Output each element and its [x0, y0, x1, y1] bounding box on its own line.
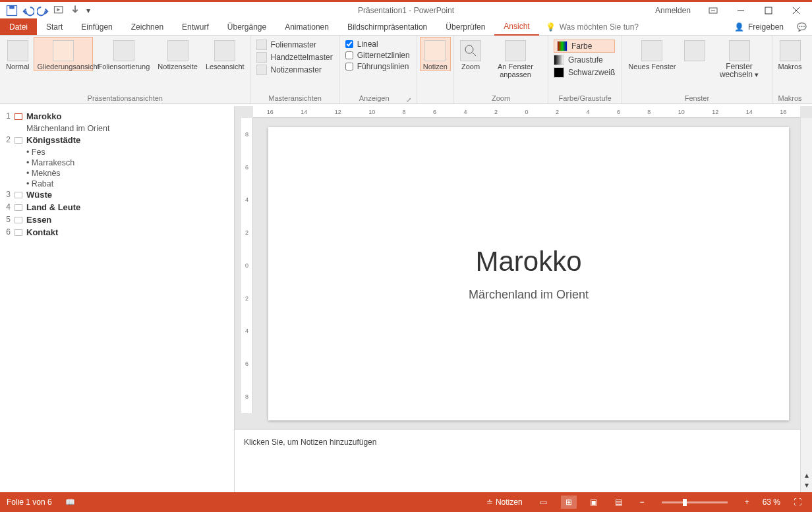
tab-insert[interactable]: Einfügen — [72, 18, 121, 35]
window-title: Präsentation1 - PowerPoint — [358, 6, 454, 15]
view-outline-button[interactable]: Gliederungsansicht — [34, 37, 93, 71]
outline-title[interactable]: Kontakt — [26, 227, 58, 237]
gridlines-checkbox[interactable]: Gitternetzlinien — [345, 51, 410, 60]
view-sorter-button[interactable]: Foliensortierung — [94, 37, 153, 71]
tell-me-input[interactable] — [560, 22, 665, 32]
outline-subtitle[interactable]: Märchenland im Orient — [26, 124, 227, 133]
color-button[interactable]: Farbe — [554, 40, 615, 53]
maximize-icon[interactable] — [755, 3, 782, 18]
qat-more-icon[interactable]: ▾ — [84, 4, 92, 17]
status-sorter-view-icon[interactable]: ⊞ — [561, 496, 577, 509]
slide-subtitle[interactable]: Märchenland im Orient — [469, 288, 589, 302]
next-slide-icon[interactable]: ▾ — [805, 480, 809, 490]
outline-slide[interactable]: 5Essen — [4, 215, 227, 225]
save-icon[interactable] — [5, 4, 18, 17]
status-slideshow-icon[interactable]: ▤ — [611, 496, 627, 509]
vertical-scrollbar[interactable]: ▴ ▾ — [800, 118, 812, 492]
vertical-ruler: 864202468 — [241, 118, 253, 413]
outline-number: 4 — [4, 202, 11, 212]
tab-draw[interactable]: Zeichnen — [122, 18, 173, 35]
outline-number: 3 — [4, 190, 11, 199]
outline-slide[interactable]: 2Königsstädte — [4, 135, 227, 145]
tab-view[interactable]: Ansicht — [494, 18, 538, 36]
outline-title[interactable]: Land & Leute — [26, 202, 80, 212]
title-bar: ▾ Präsentation1 - PowerPoint Anmelden — [0, 0, 812, 18]
minimize-icon[interactable] — [728, 3, 754, 18]
show-dialog-launcher-icon[interactable]: ⤢ — [406, 96, 414, 103]
outline-title[interactable]: Essen — [26, 215, 51, 225]
tab-design[interactable]: Entwurf — [173, 18, 218, 35]
slide-canvas[interactable]: Marokko Märchenland im Orient — [264, 125, 794, 413]
comments-button[interactable]: 💬 — [792, 18, 812, 35]
horizontal-ruler: 1614121086420246810121416 — [253, 106, 800, 118]
slide-counter[interactable]: Folie 1 von 6 — [7, 498, 52, 507]
view-normal-button[interactable]: Normal — [3, 37, 32, 71]
tab-animations[interactable]: Animationen — [276, 18, 338, 35]
tab-review[interactable]: Überprüfen — [436, 18, 494, 35]
ribbon-display-icon[interactable] — [700, 3, 726, 18]
close-icon[interactable] — [783, 3, 809, 18]
zoom-out-icon[interactable]: − — [636, 498, 649, 507]
status-normal-view-icon[interactable]: ▭ — [536, 496, 552, 509]
slide-icon — [14, 113, 22, 120]
slide-master-button[interactable]: Folienmaster — [256, 40, 333, 50]
ruler-checkbox[interactable]: Lineal — [345, 40, 410, 49]
outline-slide[interactable]: 4Land & Leute — [4, 202, 227, 212]
view-notespage-button[interactable]: Notizenseite — [154, 37, 201, 71]
macros-button[interactable]: Makros — [775, 37, 805, 71]
view-reading-button[interactable]: Leseansicht — [202, 37, 248, 71]
group-label: Präsentationsansichten — [3, 94, 248, 103]
group-show: Lineal Gitternetzlinien Führungslinien A… — [340, 36, 417, 103]
outline-slide[interactable]: 1Marokko — [4, 111, 227, 121]
status-notes-button[interactable]: ≐ Notizen — [482, 498, 527, 507]
slide[interactable]: Marokko Märchenland im Orient — [268, 127, 789, 420]
start-from-beginning-icon[interactable] — [53, 4, 66, 17]
touch-mode-icon[interactable] — [69, 4, 82, 17]
outline-slide[interactable]: 6Kontakt — [4, 227, 227, 237]
outline-pane[interactable]: 1MarokkoMärchenland im Orient2Königsstäd… — [0, 106, 235, 492]
arrange-all-button[interactable] — [681, 37, 709, 71]
svg-rect-4 — [765, 7, 772, 14]
notes-pane[interactable]: Klicken Sie, um Notizen hinzuzufügen — [235, 429, 800, 492]
tab-slideshow[interactable]: Bildschirmpräsentation — [338, 18, 436, 35]
zoom-slider[interactable] — [662, 501, 728, 503]
prev-slide-icon[interactable]: ▴ — [805, 470, 809, 480]
tab-start[interactable]: Start — [37, 18, 72, 35]
outline-title[interactable]: Marokko — [26, 111, 61, 121]
outline-title[interactable]: Wüste — [26, 190, 52, 200]
blackwhite-button[interactable]: Schwarzweiß — [554, 67, 615, 78]
fit-slide-icon[interactable]: ⛶ — [790, 498, 805, 507]
undo-icon[interactable] — [21, 4, 34, 17]
sign-in-button[interactable]: Anmelden — [647, 6, 699, 15]
slide-title[interactable]: Marokko — [475, 246, 581, 277]
notes-toggle-button[interactable]: Notizen — [420, 37, 451, 71]
grayscale-icon — [554, 55, 564, 65]
guides-checkbox[interactable]: Führungslinien — [345, 62, 410, 71]
switch-windows-button[interactable]: Fenster wechseln ▾ — [710, 37, 769, 79]
zoom-level[interactable]: 63 % — [763, 498, 780, 507]
outline-slide[interactable]: 3Wüste — [4, 190, 227, 200]
grayscale-button[interactable]: Graustufe — [554, 55, 615, 65]
handout-master-button[interactable]: Handzettelmaster — [256, 52, 333, 63]
share-button[interactable]: 👤 Freigeben — [726, 18, 792, 35]
tell-me[interactable]: 💡 — [539, 18, 672, 35]
notes-master-button[interactable]: Notizenmaster — [256, 65, 333, 75]
spellcheck-icon[interactable]: 📖 — [61, 498, 79, 507]
new-window-button[interactable]: Neues Fenster — [625, 37, 679, 71]
status-reading-view-icon[interactable]: ▣ — [586, 496, 602, 509]
tab-transitions[interactable]: Übergänge — [218, 18, 276, 35]
outline-bullet[interactable]: • Rabat — [26, 179, 227, 188]
tab-file[interactable]: Datei — [0, 18, 37, 35]
group-zoom: Zoom An Fenster anpassen Zoom — [454, 36, 548, 103]
group-presentation-views: Normal Gliederungsansicht Foliensortieru… — [0, 36, 251, 103]
outline-bullet[interactable]: • Marrakesch — [26, 158, 227, 167]
outline-bullet[interactable]: • Fes — [26, 148, 227, 157]
fit-to-window-button[interactable]: An Fenster anpassen — [486, 37, 545, 79]
outline-title[interactable]: Königsstädte — [26, 135, 80, 145]
zoom-button[interactable]: Zoom — [457, 37, 484, 71]
editor-area: 1614121086420246810121416 864202468 Maro… — [235, 106, 812, 492]
outline-bullet[interactable]: • Meknès — [26, 169, 227, 178]
notes-master-icon — [256, 65, 267, 75]
zoom-in-icon[interactable]: + — [741, 498, 753, 507]
redo-icon[interactable] — [37, 4, 50, 17]
